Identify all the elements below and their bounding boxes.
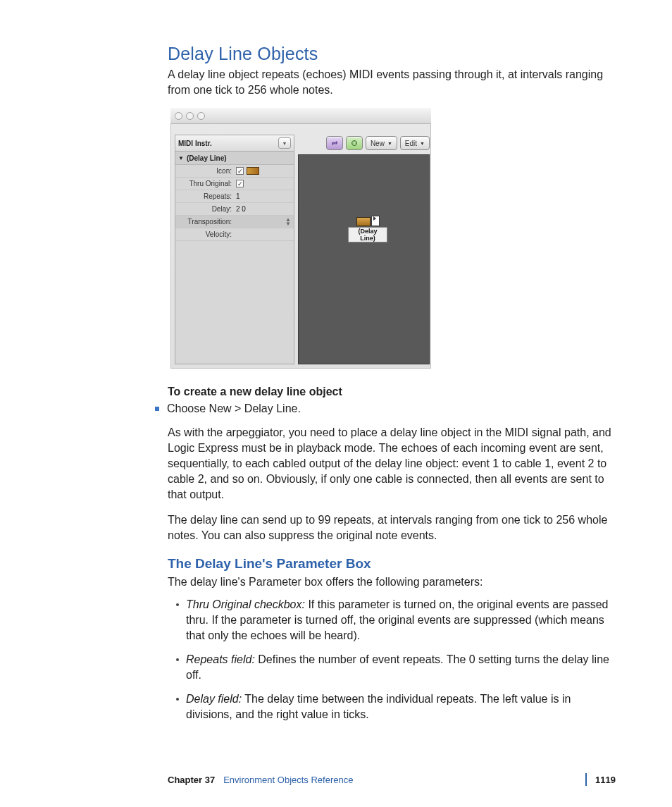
edit-menu-button[interactable]: Edit▼: [400, 136, 430, 150]
inspector-row-icon: Icon: ✓: [175, 165, 294, 178]
midi-plug-icon: [350, 139, 359, 147]
term-thru-original: Thru Original checkbox:: [186, 598, 305, 610]
paragraph-param-intro: The delay line's Parameter box offers th…: [168, 574, 616, 590]
transposition-label: Transposition:: [175, 218, 235, 226]
inspector-row-transposition: Transposition: ▲▼: [175, 216, 294, 228]
inspector-dropdown-icon[interactable]: ▼: [278, 137, 291, 149]
list-item: Repeats field: Defines the number of eve…: [176, 652, 616, 683]
environment-canvas[interactable]: (Delay Line): [298, 154, 430, 364]
list-item: Delay field: The delay time between the …: [176, 691, 616, 722]
heading-parameter-box: The Delay Line's Parameter Box: [168, 556, 616, 572]
minimize-icon[interactable]: [186, 112, 194, 120]
chain-icon: [330, 139, 339, 147]
close-icon[interactable]: [175, 112, 182, 120]
inspector-row-repeats: Repeats: 1: [175, 190, 294, 203]
term-delay: Delay field:: [186, 693, 242, 705]
footer-chapter: Chapter 37: [168, 775, 215, 785]
create-heading: To create a new delay line object: [168, 384, 616, 400]
square-bullet-icon: [155, 407, 159, 411]
delay-line-object[interactable]: (Delay Line): [348, 216, 387, 242]
paragraph-repeats-range: The delay line can send up to 99 repeats…: [168, 512, 616, 543]
disclosure-triangle-icon[interactable]: ▼: [178, 155, 184, 161]
cable-outlet-icon[interactable]: [371, 216, 380, 226]
link-icon[interactable]: [326, 136, 343, 150]
repeats-label: Repeats:: [175, 192, 235, 200]
delay-line-object-label: (Delay Line): [348, 227, 387, 242]
thru-original-checkbox[interactable]: ✓: [236, 180, 244, 187]
midi-out-icon[interactable]: [346, 136, 363, 150]
inspector-panel: MIDI Instr. ▼ ▼ (Delay Line) Icon: ✓ Thr…: [175, 135, 294, 364]
inspector-row-delay: Delay: 2 0: [175, 203, 294, 216]
window-titlebar: [170, 108, 431, 124]
list-item: Thru Original checkbox: If this paramete…: [176, 597, 616, 643]
inspector-row-thru: Thru Original: ✓: [175, 178, 294, 190]
bullet-icon: [176, 698, 179, 701]
svg-point-1: [352, 142, 353, 143]
svg-point-3: [354, 141, 354, 142]
new-label: New: [371, 140, 385, 147]
edit-label: Edit: [405, 140, 417, 147]
inspector-row-velocity: Velocity:: [175, 228, 294, 241]
bullet-icon: [176, 603, 179, 606]
footer-page-number: 1119: [595, 775, 616, 785]
inspector-section-title: (Delay Line): [187, 154, 227, 162]
def-delay: The delay time between the individual re…: [186, 693, 571, 720]
chevron-down-icon: ▼: [420, 141, 425, 146]
velocity-label: Velocity:: [175, 230, 235, 238]
paragraph-signal-path: As with the arpeggiator, you need to pla…: [168, 425, 616, 503]
inspector-header[interactable]: MIDI Instr. ▼: [175, 135, 294, 152]
delay-line-icon[interactable]: [247, 167, 259, 175]
repeats-value[interactable]: 1: [235, 192, 294, 200]
intro-paragraph: A delay line object repeats (echoes) MID…: [168, 67, 616, 98]
inspector-title: MIDI Instr.: [178, 140, 212, 147]
delay-label: Delay:: [175, 205, 235, 213]
footer-chapter-title: Environment Objects Reference: [223, 775, 353, 785]
new-menu-button[interactable]: New▼: [366, 136, 397, 150]
stepper-icon[interactable]: ▲▼: [285, 218, 291, 226]
page-footer: Chapter 37 Environment Objects Reference…: [168, 773, 616, 786]
inspector-section-header[interactable]: ▼ (Delay Line): [175, 152, 294, 165]
delay-value[interactable]: 2 0: [235, 205, 294, 213]
delay-line-object-icon: [356, 217, 371, 226]
zoom-icon[interactable]: [197, 112, 205, 120]
icon-checkbox[interactable]: ✓: [236, 167, 244, 175]
step-text: Choose New > Delay Line.: [167, 401, 301, 417]
environment-toolbar: New▼ Edit▼: [326, 135, 430, 152]
svg-point-2: [355, 142, 356, 143]
icon-label: Icon:: [175, 167, 235, 175]
thru-original-label: Thru Original:: [175, 180, 235, 187]
footer-divider: [585, 773, 587, 786]
environment-screenshot: New▼ Edit▼ MIDI Instr. ▼ ▼ (Delay Line) …: [170, 108, 431, 369]
step-item: Choose New > Delay Line.: [155, 401, 616, 417]
heading-delay-line-objects: Delay Line Objects: [168, 44, 616, 64]
bullet-icon: [176, 658, 179, 661]
chevron-down-icon: ▼: [387, 141, 392, 146]
term-repeats: Repeats field:: [186, 653, 255, 665]
